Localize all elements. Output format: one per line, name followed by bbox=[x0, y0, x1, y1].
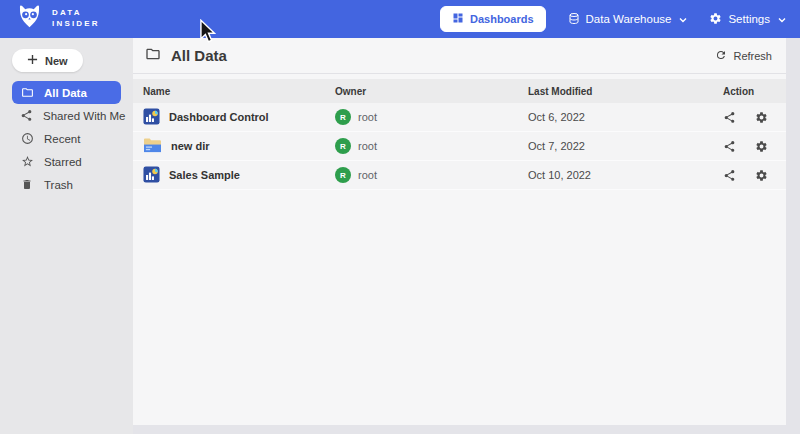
last-modified: Oct 7, 2022 bbox=[528, 140, 723, 152]
row-settings-icon[interactable] bbox=[755, 169, 768, 182]
main-panel: All Data Refresh Name Owner Last Modifie… bbox=[133, 38, 786, 425]
sidebar-item-label: All Data bbox=[44, 87, 87, 99]
gear-icon bbox=[709, 12, 722, 27]
app-logo: DATA INSIDER bbox=[16, 4, 100, 34]
share-action-icon[interactable] bbox=[723, 140, 736, 153]
row-settings-icon[interactable] bbox=[755, 140, 768, 153]
nav-settings-label: Settings bbox=[728, 13, 770, 25]
file-name: Sales Sample bbox=[169, 169, 240, 181]
plus-icon bbox=[27, 54, 38, 67]
share-icon bbox=[20, 109, 33, 122]
share-action-icon[interactable] bbox=[723, 111, 736, 124]
owner-name: root bbox=[358, 111, 377, 123]
app-title: DATA INSIDER bbox=[52, 8, 100, 30]
folder-icon bbox=[145, 46, 161, 66]
chevron-down-icon bbox=[679, 13, 687, 25]
table-row[interactable]: new dir R root Oct 7, 2022 bbox=[133, 132, 786, 161]
refresh-icon bbox=[715, 49, 727, 63]
owner-avatar: R bbox=[335, 109, 351, 125]
nav-data-warehouse-label: Data Warehouse bbox=[586, 13, 672, 25]
sidebar-item-trash[interactable]: Trash bbox=[12, 173, 121, 196]
refresh-label: Refresh bbox=[733, 50, 772, 62]
sidebar-item-label: Recent bbox=[44, 133, 80, 145]
app-header: DATA INSIDER Dashboards Data Warehouse bbox=[0, 0, 800, 38]
new-button[interactable]: New bbox=[12, 49, 83, 72]
table-row[interactable]: Sales Sample R root Oct 10, 2022 bbox=[133, 161, 786, 190]
page-title: All Data bbox=[171, 47, 227, 64]
owl-logo-icon bbox=[16, 4, 43, 34]
dashboard-icon bbox=[452, 12, 464, 26]
sidebar-item-recent[interactable]: Recent bbox=[12, 127, 121, 150]
title-bar: All Data Refresh bbox=[133, 38, 786, 74]
sidebar: New All Data Shared With Me bbox=[0, 38, 133, 434]
column-header-action: Action bbox=[723, 86, 776, 97]
column-header-owner: Owner bbox=[335, 86, 528, 97]
folder-file-icon bbox=[143, 137, 162, 156]
column-header-name: Name bbox=[143, 86, 335, 97]
table-row[interactable]: Dashboard Control R root Oct 6, 2022 bbox=[133, 103, 786, 132]
share-action-icon[interactable] bbox=[723, 169, 736, 182]
sidebar-item-shared-with-me[interactable]: Shared With Me bbox=[12, 104, 121, 127]
sidebar-item-label: Trash bbox=[44, 179, 73, 191]
header-nav: Dashboards Data Warehouse Settings bbox=[440, 6, 786, 32]
sidebar-nav: All Data Shared With Me Recent bbox=[0, 81, 133, 196]
nav-dashboards-button[interactable]: Dashboards bbox=[440, 6, 546, 32]
database-icon bbox=[568, 12, 580, 27]
column-header-last-modified: Last Modified bbox=[528, 86, 723, 97]
refresh-button[interactable]: Refresh bbox=[715, 49, 772, 63]
last-modified: Oct 10, 2022 bbox=[528, 169, 723, 181]
trash-icon bbox=[20, 178, 34, 191]
clock-icon bbox=[20, 132, 34, 145]
sidebar-item-all-data[interactable]: All Data bbox=[12, 81, 121, 104]
owner-name: root bbox=[358, 140, 377, 152]
last-modified: Oct 6, 2022 bbox=[528, 111, 723, 123]
row-settings-icon[interactable] bbox=[755, 111, 768, 124]
table-header: Name Owner Last Modified Action bbox=[133, 79, 786, 103]
sidebar-item-label: Shared With Me bbox=[43, 110, 125, 122]
nav-settings-button[interactable]: Settings bbox=[709, 12, 786, 27]
new-button-label: New bbox=[45, 55, 68, 67]
owner-name: root bbox=[358, 169, 377, 181]
dashboard-file-icon bbox=[143, 166, 160, 185]
chevron-down-icon bbox=[778, 13, 786, 25]
file-name: Dashboard Control bbox=[169, 111, 269, 123]
sidebar-item-starred[interactable]: Starred bbox=[12, 150, 121, 173]
nav-dashboards-label: Dashboards bbox=[470, 13, 534, 25]
nav-data-warehouse-button[interactable]: Data Warehouse bbox=[568, 12, 688, 27]
star-icon bbox=[20, 155, 34, 168]
owner-avatar: R bbox=[335, 138, 351, 154]
file-name: new dir bbox=[171, 140, 210, 152]
owner-avatar: R bbox=[335, 167, 351, 183]
folder-icon bbox=[20, 86, 34, 99]
sidebar-item-label: Starred bbox=[44, 156, 82, 168]
dashboard-file-icon bbox=[143, 108, 160, 127]
